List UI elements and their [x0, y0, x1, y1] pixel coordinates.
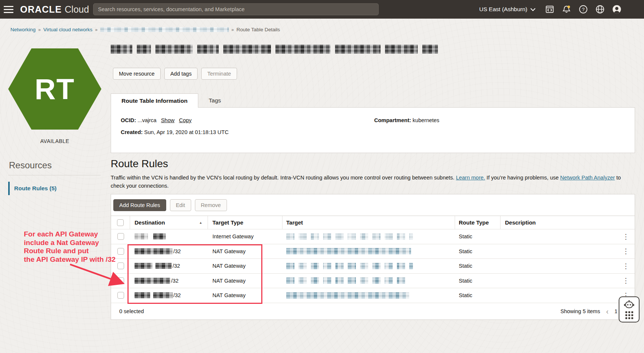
cell-description: ⋮ — [501, 244, 635, 259]
cell-destination: /32 — [130, 244, 208, 259]
header-target-type[interactable]: Target Type — [208, 216, 282, 229]
breadcrumb-redacted-vcn-name[interactable] — [100, 27, 229, 32]
table-row[interactable]: /32 NAT Gateway Static ⋮ — [111, 258, 635, 273]
cell-destination: /32 — [130, 274, 208, 288]
cell-target — [282, 229, 455, 244]
search-input[interactable] — [98, 6, 374, 12]
notifications-bell-icon[interactable] — [562, 4, 571, 14]
network-path-analyzer-link[interactable]: Network Path Analyzer — [560, 175, 615, 181]
sidebar-item-label: Route Rules (5) — [14, 185, 57, 192]
hamburger-menu-icon[interactable] — [0, 0, 17, 19]
dots-grid-icon — [625, 311, 633, 319]
tab-tags[interactable]: Tags — [198, 93, 231, 108]
resource-type-hexagon: RT — [8, 48, 101, 130]
ocid-copy-link[interactable]: Copy — [179, 117, 192, 123]
row-menu-icon[interactable]: ⋮ — [622, 277, 635, 284]
table-header-row: Destination ▲ Target Type Target Route T… — [111, 216, 635, 229]
annotation-line: Route Rule and put — [24, 247, 116, 255]
route-rules-table: Add Route Rules Edit Remove Destination … — [111, 194, 635, 320]
ocid-show-link[interactable]: Show — [161, 117, 174, 123]
robot-icon — [624, 300, 635, 309]
row-menu-icon[interactable]: ⋮ — [622, 248, 635, 255]
header-description[interactable]: Description — [501, 216, 635, 229]
cell-target-type: NAT Gateway — [208, 274, 282, 288]
remove-button[interactable]: Remove — [195, 199, 227, 211]
detail-tabs: Route Table Information Tags — [111, 93, 231, 108]
terminate-button[interactable]: Terminate — [201, 68, 237, 80]
annotation-line: include a Nat Gateway — [24, 239, 116, 247]
row-checkbox[interactable] — [117, 292, 124, 299]
cell-description: ⋮ — [501, 288, 635, 303]
row-menu-icon[interactable]: ⋮ — [622, 233, 635, 240]
sidebar-item-route-rules[interactable]: Route Rules (5) — [8, 182, 57, 195]
cell-route-type: Static — [455, 259, 501, 273]
breadcrumb-separator: » — [95, 27, 98, 32]
selected-count: 0 selected — [111, 308, 144, 314]
top-bar: ORACLE Cloud US East (Ashburn) ? — [0, 0, 644, 19]
help-icon[interactable]: ? — [578, 4, 588, 14]
cell-route-type: Static — [455, 288, 501, 303]
cell-target — [282, 274, 455, 288]
page-previous-icon[interactable]: ‹ — [606, 308, 609, 315]
annotation-note: For each API Gateway include a Nat Gatew… — [24, 230, 116, 264]
breadcrumb-networking[interactable]: Networking — [10, 27, 36, 32]
table-row[interactable]: Internet Gateway Static ⋮ — [111, 229, 635, 244]
header-destination[interactable]: Destination ▲ — [130, 216, 208, 229]
cell-destination — [130, 229, 208, 244]
cell-route-type: Static — [455, 274, 501, 288]
redacted-destination — [153, 292, 173, 298]
ocid-value: ...vajrca — [136, 117, 157, 123]
add-tags-button[interactable]: Add tags — [164, 68, 198, 80]
sort-ascending-icon[interactable]: ▲ — [199, 221, 208, 225]
learn-more-link[interactable]: Learn more. — [456, 175, 485, 181]
select-all-checkbox[interactable] — [117, 219, 124, 226]
destination-suffix: /32 — [171, 278, 179, 284]
route-rules-heading: Route Rules — [111, 158, 168, 170]
header-route-type[interactable]: Route Type — [455, 216, 501, 229]
cell-route-type: Static — [455, 229, 501, 244]
redacted-destination — [155, 263, 172, 269]
table-row[interactable]: /32 NAT Gateway Static ⋮ — [111, 288, 635, 303]
add-route-rules-button[interactable]: Add Route Rules — [113, 199, 166, 211]
breadcrumb-separator: » — [231, 27, 234, 32]
cell-description: ⋮ — [501, 229, 635, 244]
header-target[interactable]: Target — [282, 216, 455, 229]
cell-target — [282, 288, 455, 303]
description-text: If you’re having problems, use — [485, 175, 561, 181]
redacted-destination — [135, 233, 148, 239]
destination-suffix: /32 — [173, 248, 181, 254]
cell-description: ⋮ — [501, 274, 635, 288]
cell-route-type: Static — [455, 244, 501, 259]
breadcrumb-vcn[interactable]: Virtual cloud networks — [43, 27, 92, 32]
row-menu-icon[interactable]: ⋮ — [622, 263, 635, 270]
redacted-destination — [153, 233, 166, 239]
oracle-cloud-logo[interactable]: ORACLE Cloud — [20, 4, 89, 15]
table-row[interactable]: /32 NAT Gateway Static ⋮ — [111, 273, 635, 288]
move-resource-button[interactable]: Move resource — [113, 68, 161, 80]
compartment-value: kubernetes — [411, 117, 439, 123]
table-row[interactable]: /32 NAT Gateway Static ⋮ — [111, 244, 635, 259]
resource-type-badge: RT — [35, 72, 75, 106]
route-table-information-panel: OCID: ...vajrcaShowCopy Compartment: kub… — [111, 107, 635, 153]
tab-route-table-information[interactable]: Route Table Information — [111, 93, 198, 108]
row-checkbox[interactable] — [117, 233, 124, 240]
chevron-down-icon — [530, 8, 536, 11]
user-avatar[interactable] — [612, 4, 622, 14]
cell-target — [282, 259, 455, 273]
route-rules-description: Traffic within the VCN is handled by the… — [111, 174, 635, 190]
showing-items-label: Showing 5 items — [561, 308, 600, 314]
row-checkbox[interactable] — [117, 248, 124, 255]
action-buttons: Move resource Add tags Terminate — [113, 68, 237, 80]
cell-target-type: Internet Gateway — [208, 229, 282, 244]
global-search[interactable] — [93, 3, 379, 15]
assistant-widget[interactable] — [619, 296, 640, 322]
region-label: US East (Ashburn) — [479, 6, 527, 13]
svg-text:?: ? — [582, 7, 584, 12]
redacted-target — [286, 248, 411, 254]
language-globe-icon[interactable] — [595, 4, 605, 14]
region-selector[interactable]: US East (Ashburn) — [479, 6, 536, 13]
redacted-destination — [135, 248, 173, 254]
developer-console-icon[interactable] — [545, 4, 555, 14]
edit-button[interactable]: Edit — [170, 199, 191, 211]
table-footer: 0 selected Showing 5 items ‹ 1 o — [111, 303, 635, 319]
